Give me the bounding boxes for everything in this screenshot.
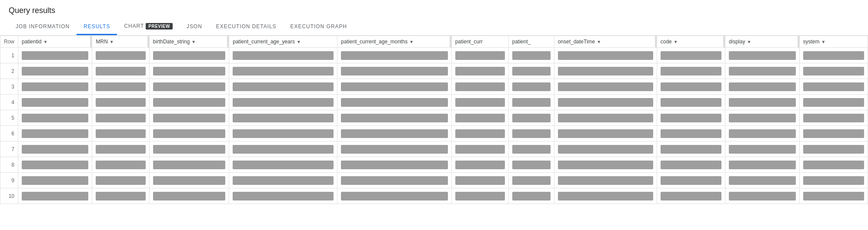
col-header-patientid[interactable]: patientid ▼ [18,36,92,48]
cell-row-number: 5 [0,110,18,126]
cell-data [725,157,799,173]
redacted-value [661,129,721,138]
cell-data [725,141,799,157]
cell-data [451,79,508,95]
preview-badge: PREVIEW [146,23,173,30]
cell-row-number: 6 [0,126,18,141]
cell-data [799,173,868,188]
dropdown-icon: ▼ [674,39,678,44]
resize-handle[interactable] [227,36,229,47]
redacted-value [22,145,88,154]
cell-data [508,126,554,141]
col-header-mrn[interactable]: MRN ▼ [92,36,149,48]
cell-data [657,63,725,79]
cell-data [149,173,229,188]
resize-handle[interactable] [90,36,92,47]
resize-handle[interactable] [798,36,799,47]
redacted-value [22,98,88,107]
col-header-code[interactable]: code ▼ [657,36,725,48]
redacted-value [803,114,864,122]
cell-data [725,79,799,95]
resize-handle[interactable] [723,36,725,47]
cell-row-number: 10 [0,188,18,204]
table-row: 4 [0,95,868,110]
redacted-value [729,161,795,169]
cell-data [508,157,554,173]
redacted-value [558,176,653,185]
cell-data [508,95,554,110]
resize-handle[interactable] [147,36,149,47]
col-header-birthdate[interactable]: birthDate_string ▼ [149,36,229,48]
cell-row-number: 3 [0,79,18,95]
table-row: 9 [0,173,868,188]
cell-data [554,48,657,63]
tab-results[interactable]: RESULTS [77,19,117,35]
col-header-patient-curr: patient_curr [451,36,508,48]
redacted-value [153,98,226,107]
redacted-value [22,192,88,200]
cell-data [149,110,229,126]
col-header-onset-datetime[interactable]: onset_dateTime ▼ [554,36,657,48]
redacted-value [803,67,864,76]
cell-data [725,173,799,188]
tab-execution-details[interactable]: EXECUTION DETAILS [209,19,284,35]
redacted-value [233,51,334,60]
redacted-value [512,82,551,91]
tab-chart[interactable]: CHARTPREVIEW [117,19,180,35]
cell-data [229,95,337,110]
redacted-value [22,176,88,185]
cell-data [451,173,508,188]
redacted-value [729,67,795,76]
cell-data [508,79,554,95]
cell-data [799,110,868,126]
dropdown-icon: ▼ [597,39,601,44]
cell-data [337,48,451,63]
cell-data [337,79,451,95]
col-header-age-months[interactable]: patient_current_age_months ▼ [337,36,451,48]
redacted-value [96,176,145,185]
redacted-value [341,67,447,76]
resize-handle[interactable] [655,36,657,47]
tab-job-information[interactable]: JOB INFORMATION [9,19,77,35]
redacted-value [803,192,864,200]
table-row: 8 [0,157,868,173]
cell-data [92,173,149,188]
col-header-display[interactable]: display ▼ [725,36,799,48]
cell-data [92,63,149,79]
redacted-value [96,145,145,154]
redacted-value [512,161,551,169]
redacted-value [729,129,795,138]
cell-data [451,110,508,126]
dropdown-icon: ▼ [191,39,196,44]
cell-data [149,95,229,110]
cell-data [18,95,92,110]
col-header-age-years[interactable]: patient_current_age_years ▼ [229,36,337,48]
cell-data [149,141,229,157]
table-row: 3 [0,79,868,95]
redacted-value [341,98,447,107]
redacted-value [661,114,721,122]
col-header-system[interactable]: system ▼ [799,36,868,48]
redacted-value [153,67,226,76]
redacted-value [512,145,551,154]
resize-handle[interactable] [450,36,451,47]
cell-data [657,79,725,95]
redacted-value [96,67,145,76]
redacted-value [341,145,447,154]
cell-data [508,48,554,63]
dropdown-icon: ▼ [110,39,114,44]
cell-data [725,63,799,79]
cell-data [657,48,725,63]
redacted-value [22,67,88,76]
cell-data [554,188,657,204]
cell-data [92,141,149,157]
cell-data [92,157,149,173]
cell-data [554,63,657,79]
cell-data [229,126,337,141]
redacted-value [455,82,505,91]
tab-json[interactable]: JSON [180,19,209,35]
cell-data [451,48,508,63]
tab-execution-graph[interactable]: EXECUTION GRAPH [284,19,354,35]
redacted-value [661,82,721,91]
redacted-value [233,161,334,169]
